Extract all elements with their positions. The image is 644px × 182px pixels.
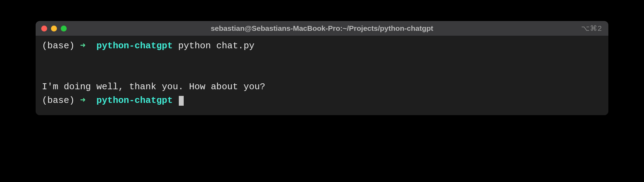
prompt-line-2: (base) ➜ python-chatgpt	[42, 94, 602, 107]
cursor-icon	[179, 96, 184, 106]
blank-line	[42, 53, 602, 66]
command-text: python chat.py	[178, 41, 254, 51]
terminal-body[interactable]: (base) ➜ python-chatgpt python chat.py I…	[36, 36, 608, 115]
cwd-label: python-chatgpt	[96, 41, 173, 51]
blank-line	[42, 66, 602, 80]
close-icon[interactable]	[41, 26, 47, 31]
output-line: I'm doing well, thank you. How about you…	[42, 80, 602, 94]
terminal-window: sebastian@Sebastians-MacBook-Pro:~/Proje…	[36, 21, 608, 115]
titlebar: sebastian@Sebastians-MacBook-Pro:~/Proje…	[36, 21, 608, 36]
cwd-label: python-chatgpt	[96, 95, 173, 106]
conda-env: (base)	[42, 95, 75, 106]
minimize-icon[interactable]	[51, 26, 57, 31]
pane-indicator: ⌥⌘2	[581, 24, 602, 33]
prompt-arrow-icon: ➜	[80, 41, 86, 51]
prompt-line-1: (base) ➜ python-chatgpt python chat.py	[42, 39, 602, 53]
window-title: sebastian@Sebastians-MacBook-Pro:~/Proje…	[211, 24, 433, 33]
traffic-lights	[41, 26, 67, 31]
prompt-arrow-icon: ➜	[80, 95, 86, 106]
maximize-icon[interactable]	[61, 26, 67, 31]
conda-env: (base)	[42, 41, 75, 51]
